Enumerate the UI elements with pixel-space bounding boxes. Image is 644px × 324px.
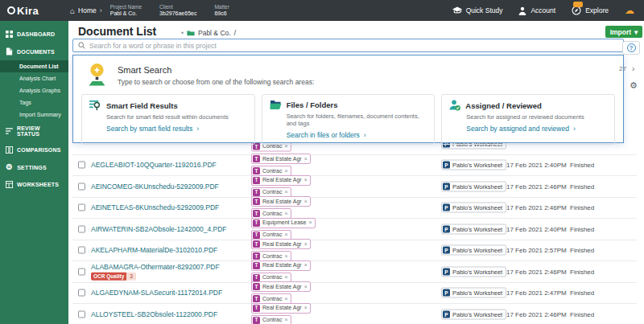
next-page-icon[interactable]: › [632, 64, 634, 73]
tag-pill[interactable]: T Real Estate Agr × [251, 281, 311, 292]
tag-pill[interactable]: T Real Estate Agr × [251, 154, 311, 164]
document-link[interactable]: ALABAMAGRA-Othermater-8292007.PDF [91, 263, 220, 271]
document-link[interactable]: AIRWATERIN-SB2AObsole-1242000_4.PDF [91, 225, 227, 233]
cloud-upload-icon[interactable]: ☁ [625, 5, 634, 16]
row-checkbox[interactable] [78, 289, 85, 297]
remove-tag-icon[interactable]: × [304, 305, 308, 311]
remove-tag-icon[interactable]: × [285, 211, 288, 217]
sidebar-item-settings[interactable]: ⚙ SETTINGS [0, 158, 68, 176]
sidebar-subitem-document-list[interactable]: Document List [0, 60, 68, 72]
worksheet-badge[interactable]: P Pablo's Worksheet [441, 266, 506, 277]
tag-pill[interactable]: T Real Estate Agr × [251, 303, 311, 314]
search-bar[interactable] [72, 39, 624, 52]
worksheet-badge[interactable]: P Pablo's Worksheet [441, 309, 506, 319]
tag-icon: T [253, 240, 260, 248]
card-files-folders[interactable]: Files / Folders Search for folders, file… [262, 94, 436, 145]
worksheet-badge[interactable]: P Pablo's Worksheet [441, 288, 506, 298]
table-row: ALABAMAGRA-Othermater-8292007.PDF OCR Qu… [72, 261, 637, 283]
remove-tag-icon[interactable]: × [285, 296, 288, 302]
remove-tag-icon[interactable]: × [304, 262, 308, 269]
tag-pill[interactable]: T Contrac × [251, 315, 291, 324]
tag-pill[interactable]: T Real Estate Agr × [251, 239, 311, 249]
worksheet-badge[interactable]: P Pablo's Worksheet [441, 203, 506, 213]
home-icon: ⌂ [70, 6, 75, 15]
import-date: 17 Feb 2021 2:40PM [506, 162, 567, 169]
remove-tag-icon[interactable]: × [304, 241, 308, 248]
remove-tag-icon[interactable]: × [308, 219, 312, 226]
sidebar-item-review-status[interactable]: REVIEW STATUS [0, 121, 68, 141]
kira-logo[interactable]: Kira [7, 5, 64, 17]
search-in-files-link[interactable]: Search in files or folders › [287, 131, 427, 139]
sidebar-item-worksheets[interactable]: WORKSHEETS [0, 176, 68, 193]
tag-icon: T [253, 189, 260, 196]
table-settings-gear-icon[interactable]: ⚙ [630, 80, 638, 91]
explore-button[interactable]: Explore [572, 6, 609, 15]
row-checkbox[interactable] [78, 225, 85, 232]
card-assigned-reviewed[interactable]: Assigned / Reviewed Search for assigned … [441, 94, 615, 145]
row-checkbox[interactable] [78, 268, 85, 275]
remove-tag-icon[interactable]: × [285, 253, 288, 260]
worksheet-icon: P [443, 310, 450, 318]
remove-tag-icon[interactable]: × [285, 317, 288, 323]
sidebar-subitem-import-summary[interactable]: Import Summary [0, 109, 68, 121]
row-checkbox[interactable] [78, 183, 85, 190]
document-link[interactable]: ALLOYSTEEL-SB2Obsolet-1122000.PDF [91, 310, 217, 318]
sidebar-subitem-tags[interactable]: Tags [0, 96, 68, 109]
worksheet-badge[interactable]: P Pablo's Worksheet [441, 181, 506, 191]
row-checkbox[interactable] [78, 162, 85, 169]
import-button[interactable]: Import ▾ [605, 26, 642, 38]
breadcrumb[interactable]: • Pabl & Co. / [181, 29, 236, 37]
remove-tag-icon[interactable]: × [285, 189, 288, 195]
search-dropdown: Smart Search Type to search or choose fr… [72, 39, 624, 143]
tag-pill[interactable]: T Equipment Lease × [251, 218, 316, 228]
remove-tag-icon[interactable]: × [285, 232, 288, 238]
document-link[interactable]: AEGLEABIOT-10QQuarter-1192016.PDF [91, 161, 217, 169]
document-link[interactable]: AEINETLEAS-8KUnschedu-5292009.PDF [91, 203, 219, 211]
remove-tag-icon[interactable]: × [304, 156, 308, 162]
sidebar-item-label: REVIEW STATUS [17, 125, 63, 137]
project-value: Pabl & Co. [110, 10, 142, 18]
import-date: 17 Feb 2021 2:46PM [506, 268, 567, 275]
card-smart-field-results[interactable]: Smart Field Results Search for smart fie… [81, 94, 255, 145]
sidebar-subitem-analysis-chart[interactable]: Analysis Chart [0, 72, 68, 84]
tag-pill[interactable]: T Real Estate Agr × [251, 175, 311, 186]
remove-tag-icon[interactable]: × [304, 177, 308, 183]
quick-study-label: Quick Study [466, 6, 503, 14]
worksheet-badge[interactable]: P Pablo's Worksheet [441, 224, 506, 234]
quick-study-button[interactable]: Quick Study [452, 6, 503, 14]
search-by-assigned-link[interactable]: Search by assigned and reviewed › [466, 125, 607, 133]
tag-icon: T [253, 167, 260, 174]
tag-pill[interactable]: T Real Estate Agr × [251, 260, 311, 271]
tag-label: Equipment Lease [262, 219, 306, 226]
sidebar-item-documents[interactable]: DOCUMENTS [0, 43, 68, 60]
remove-tag-icon[interactable]: × [304, 199, 308, 205]
worksheet-icon: P [443, 268, 450, 275]
search-input[interactable] [89, 42, 618, 50]
project-meta: Project Name Pabl & Co. [110, 4, 142, 18]
row-checkbox[interactable] [78, 204, 85, 211]
document-link[interactable]: AEINCOMEG-8KUnschedu-5292009.PDF [91, 183, 219, 191]
smart-search-subtitle: Type to search or choose from one of the… [118, 78, 314, 86]
worksheet-badge[interactable]: P Pablo's Worksheet [441, 245, 506, 256]
tag-label: Real Estate Agr [262, 241, 302, 248]
tag-pill[interactable]: T Real Estate Agr × [251, 196, 311, 207]
sidebar-item-label: DOCUMENTS [17, 49, 55, 55]
help-button[interactable]: ? [622, 41, 640, 55]
row-checkbox[interactable] [78, 247, 85, 254]
row-checkbox[interactable] [78, 310, 85, 318]
sidebar-item-comparisons[interactable]: COMPARISONS [0, 141, 68, 158]
document-link[interactable]: AKELAPHARM-MaterialDe-3102010.PDF [91, 246, 217, 254]
account-button[interactable]: Account [518, 6, 555, 15]
card-description: Search for smart field result within doc… [106, 113, 247, 121]
remove-tag-icon[interactable]: × [285, 168, 288, 174]
sidebar-item-dashboard[interactable]: DASHBOARD [0, 26, 68, 43]
home-button[interactable]: ⌂ Home [70, 6, 97, 15]
document-link[interactable]: ALGAEDYNAM-SLASecurit-11172014.PDF [91, 289, 222, 297]
sidebar-item-label: WORKSHEETS [17, 182, 59, 187]
remove-tag-icon[interactable]: × [285, 274, 288, 281]
project-label: Project Name [110, 4, 142, 10]
worksheet-badge[interactable]: P Pablo's Worksheet [441, 160, 506, 170]
sidebar-subitem-analysis-graphs[interactable]: Analysis Graphs [0, 84, 68, 96]
search-by-smart-field-link[interactable]: Search by smart field results › [106, 125, 247, 133]
remove-tag-icon[interactable]: × [304, 284, 308, 290]
